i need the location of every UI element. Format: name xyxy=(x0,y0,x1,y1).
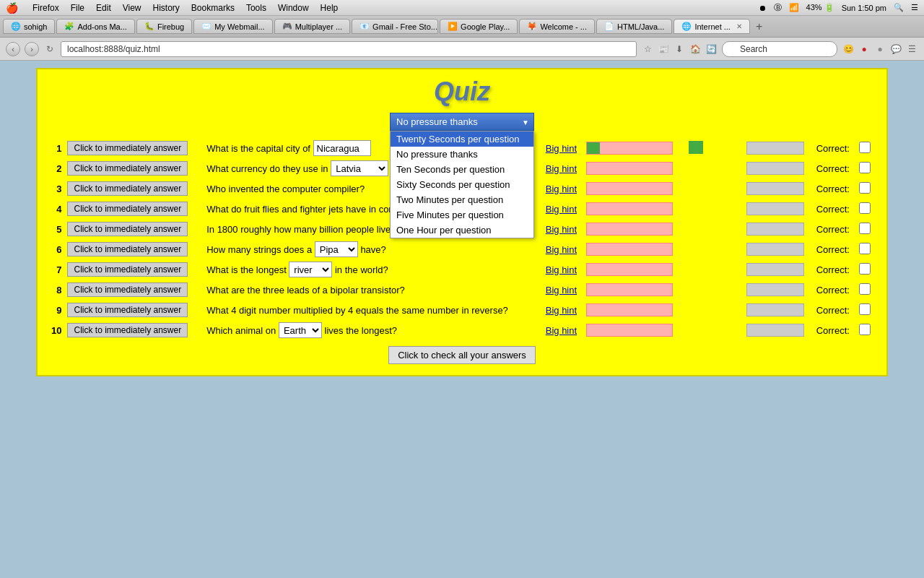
tab-multiplayer[interactable]: 🎮Multiplayer ... xyxy=(274,19,350,34)
timer-option-twentysec[interactable]: Twenty Seconds per question xyxy=(391,131,533,147)
spacer-cell xyxy=(686,219,744,239)
search-bar[interactable]: Search xyxy=(722,41,837,57)
answer-immediately-button[interactable]: Click to immediately answer xyxy=(67,222,188,236)
answer-immediately-button[interactable]: Click to immediately answer xyxy=(67,242,188,256)
answer-immediately-button[interactable]: Click to immediately answer xyxy=(67,181,188,196)
timer-option-fiveminute[interactable]: Five Minutes per question xyxy=(391,207,533,223)
row-number: 1 xyxy=(48,138,64,158)
hint-button[interactable]: Big hint xyxy=(546,325,577,336)
menu-firefox[interactable]: Firefox xyxy=(32,3,59,13)
quiz-title: Quiz xyxy=(48,77,876,107)
answer-input[interactable] xyxy=(313,140,371,156)
tab-internet[interactable]: 🌐Internet ...✕ xyxy=(674,19,750,34)
hint-button[interactable]: Big hint xyxy=(546,204,577,215)
bookmark-icon[interactable]: ☆ xyxy=(641,43,654,56)
answer-select[interactable]: river xyxy=(289,262,332,277)
menu-icon[interactable]: ☰ xyxy=(911,3,918,12)
answer-immediately-button[interactable]: Click to immediately answer xyxy=(67,161,188,176)
correct-checkbox[interactable] xyxy=(859,303,871,315)
question-text-before: What are the three leads of a bipolar tr… xyxy=(206,285,405,296)
correct-checkbox[interactable] xyxy=(859,324,871,335)
question-text-before: What is the capital city of xyxy=(206,143,313,154)
refresh-button[interactable]: ↻ xyxy=(43,43,56,56)
menu-history[interactable]: History xyxy=(153,3,180,13)
tab-firebug[interactable]: 🐛Firebug xyxy=(136,19,192,34)
download-icon[interactable]: ⬇ xyxy=(673,43,686,56)
url-bar[interactable]: localhost:8888/quiz.html xyxy=(61,41,637,57)
menubar-right: ⏺ Ⓑ 📶 43% 🔋 Sun 1:50 pm 🔍 ☰ xyxy=(759,2,918,13)
check-all-button[interactable]: Click to check all your answers xyxy=(388,346,536,364)
answer-select[interactable]: Latvia xyxy=(331,160,388,176)
toolbar-icons: 😊 ● ● 💬 ☰ xyxy=(842,43,918,56)
chat-icon[interactable]: 💬 xyxy=(889,43,902,56)
menu-bookmarks[interactable]: Bookmarks xyxy=(191,3,235,13)
hint-button[interactable]: Big hint xyxy=(546,305,577,316)
correct-checkbox[interactable] xyxy=(859,243,871,254)
tab-sohigh[interactable]: 🌐sohigh xyxy=(3,19,55,34)
search-icon[interactable]: 🔍 xyxy=(894,3,904,12)
timer-select-display[interactable]: No pressure thanks ▼ xyxy=(390,113,534,131)
persona-icon[interactable]: 😊 xyxy=(842,43,855,56)
answer-immediately-button[interactable]: Click to immediately answer xyxy=(67,141,188,155)
apple-menu[interactable]: 🍎 xyxy=(6,2,18,14)
sync-icon[interactable]: 🔄 xyxy=(705,43,718,56)
answer-progress-bar xyxy=(586,202,673,215)
answer-immediately-button[interactable]: Click to immediately answer xyxy=(67,303,188,317)
menu-tools[interactable]: Tools xyxy=(246,3,266,13)
hint-button[interactable]: Big hint xyxy=(546,285,577,296)
addressbar: ‹ › ↻ localhost:8888/quiz.html ☆ 📰 ⬇ 🏠 🔄… xyxy=(0,38,924,61)
question-cell: What 4 digit number multiplied by 4 equa… xyxy=(204,300,543,320)
spacer-cell xyxy=(686,138,744,158)
row-number: 10 xyxy=(48,320,64,340)
timer-option-twominute[interactable]: Two Minutes per question xyxy=(391,192,533,207)
tab-googleplay[interactable]: ▶️Google Play... xyxy=(440,19,518,34)
answer-select[interactable]: Pipa xyxy=(315,241,358,257)
correct-checkbox[interactable] xyxy=(859,142,871,153)
forward-button[interactable]: › xyxy=(25,42,39,56)
timer-option-tensec[interactable]: Ten Seconds per question xyxy=(391,162,533,177)
tab-addons[interactable]: 🧩Add-ons Ma... xyxy=(56,19,134,34)
answer-progress-bar xyxy=(586,263,673,276)
reader-icon[interactable]: 📰 xyxy=(657,43,670,56)
menu-view[interactable]: View xyxy=(123,3,141,13)
row-number: 6 xyxy=(48,239,64,259)
correct-checkbox[interactable] xyxy=(859,263,871,275)
tab-gmail[interactable]: 📧Gmail - Free Sto... xyxy=(352,19,438,34)
menu-file[interactable]: File xyxy=(71,3,84,13)
hint-button[interactable]: Big hint xyxy=(546,143,577,154)
hint-button[interactable]: Big hint xyxy=(546,244,577,255)
answer-select[interactable]: Earth xyxy=(279,322,322,338)
timer-option-sixtysec[interactable]: Sixty Seconds per question xyxy=(391,177,533,192)
tab-welcome[interactable]: 🦊Welcome - ... xyxy=(519,19,595,34)
menubar: 🍎 Firefox File Edit View History Bookmar… xyxy=(0,0,924,16)
correct-checkbox[interactable] xyxy=(859,283,871,295)
menu-edit[interactable]: Edit xyxy=(96,3,111,13)
answer-immediately-button[interactable]: Click to immediately answer xyxy=(67,202,188,216)
answer-immediately-button[interactable]: Click to immediately answer xyxy=(67,282,188,297)
menu-window[interactable]: Window xyxy=(278,3,309,13)
quiz-container: Quiz No pressure thanks ▼ Twenty Seconds… xyxy=(36,68,888,376)
correct-checkbox[interactable] xyxy=(859,182,871,194)
correct-checkbox[interactable] xyxy=(859,162,871,173)
home-icon[interactable]: 🏠 xyxy=(689,43,702,56)
tab-webmail[interactable]: ✉️My Webmail... xyxy=(193,19,272,34)
timer-option-onehour[interactable]: One Hour per question xyxy=(391,223,533,238)
hint-button[interactable]: Big hint xyxy=(546,163,577,174)
menu-help[interactable]: Help xyxy=(321,3,339,13)
hint-button[interactable]: Big hint xyxy=(546,184,577,194)
correct-checkbox[interactable] xyxy=(859,223,871,234)
hamburger-icon[interactable]: ☰ xyxy=(905,43,918,56)
hint-button[interactable]: Big hint xyxy=(546,264,577,275)
timer-option-nopressure[interactable]: No pressure thanks xyxy=(391,147,533,162)
back-button[interactable]: ‹ xyxy=(6,42,20,56)
secondary-bar xyxy=(746,182,804,195)
secondary-bar xyxy=(746,202,804,215)
answer-immediately-button[interactable]: Click to immediately answer xyxy=(67,323,188,337)
correct-checkbox[interactable] xyxy=(859,202,871,214)
correct-label: Correct: xyxy=(816,224,850,235)
question-text-after: lives the longest? xyxy=(322,325,397,336)
new-tab-button[interactable]: + xyxy=(751,20,767,33)
hint-button[interactable]: Big hint xyxy=(546,224,577,235)
tab-html[interactable]: 📄HTML/Java... xyxy=(596,19,672,34)
answer-immediately-button[interactable]: Click to immediately answer xyxy=(67,262,188,277)
